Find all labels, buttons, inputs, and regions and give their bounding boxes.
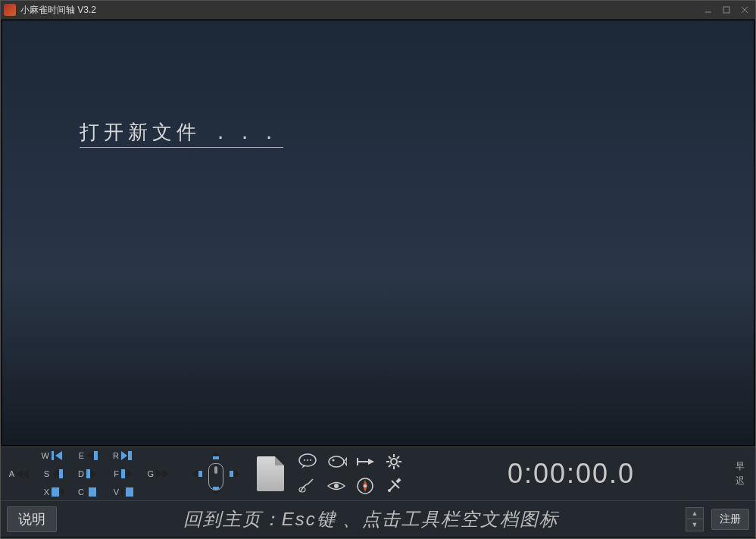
key-E[interactable]: E xyxy=(75,448,107,463)
svg-marker-19 xyxy=(162,469,168,478)
svg-marker-13 xyxy=(52,469,58,478)
early-label[interactable]: 早 xyxy=(736,460,745,473)
svg-marker-15 xyxy=(91,469,97,478)
svg-point-53 xyxy=(334,484,339,488)
svg-marker-5 xyxy=(55,451,62,460)
svg-marker-23 xyxy=(121,487,125,497)
tools-icon[interactable] xyxy=(381,475,407,497)
svg-point-34 xyxy=(304,459,305,461)
skip-start-icon xyxy=(51,450,64,461)
svg-rect-16 xyxy=(121,469,125,478)
key-W[interactable]: W xyxy=(40,448,72,463)
svg-line-48 xyxy=(389,456,391,459)
key-R[interactable]: R xyxy=(110,448,142,463)
eye-icon[interactable] xyxy=(323,475,349,497)
rewind-icon xyxy=(16,468,30,479)
svg-marker-7 xyxy=(87,451,93,460)
mark-center-icon xyxy=(86,487,99,497)
prev-frame-icon xyxy=(86,450,99,461)
mouse-left-button[interactable] xyxy=(192,468,204,480)
titlebar: 小麻雀时间轴 V3.2 xyxy=(1,1,755,19)
spinner-control[interactable]: ▲ ▼ xyxy=(686,507,704,531)
svg-point-57 xyxy=(388,489,391,492)
skip-end-icon xyxy=(120,450,134,461)
late-label[interactable]: 迟 xyxy=(736,475,745,487)
key-S[interactable]: S xyxy=(40,466,72,481)
svg-marker-30 xyxy=(234,469,239,478)
key-V[interactable]: V xyxy=(110,484,142,500)
key-A[interactable]: A xyxy=(5,466,37,481)
key-G[interactable]: G xyxy=(145,466,177,481)
mouse-right-button[interactable] xyxy=(228,468,240,480)
fish-icon[interactable] xyxy=(323,450,349,473)
svg-marker-38 xyxy=(344,458,347,465)
svg-point-37 xyxy=(329,456,344,467)
video-area: 打开新文件 ．．． xyxy=(2,20,754,446)
spinner-down-icon[interactable]: ▼ xyxy=(686,519,703,531)
timecode-display: 0:00:00.0 xyxy=(413,458,729,490)
spinner-up-icon[interactable]: ▲ xyxy=(686,508,703,519)
speech-bubble-icon[interactable] xyxy=(295,450,320,473)
violin-icon[interactable] xyxy=(295,475,320,497)
status-text: 回到主页：Esc键 、点击工具栏空文档图标 xyxy=(64,507,678,531)
svg-marker-8 xyxy=(121,451,127,460)
svg-marker-28 xyxy=(192,469,198,478)
svg-rect-31 xyxy=(213,487,219,490)
statusbar: 说明 回到主页：Esc键 、点击工具栏空文档图标 ▲ ▼ 注册 xyxy=(1,500,755,537)
svg-rect-29 xyxy=(230,471,233,477)
open-file-link[interactable]: 打开新文件 ．．． xyxy=(80,119,283,148)
fast-forward-icon xyxy=(155,468,169,479)
close-button[interactable] xyxy=(736,3,754,17)
svg-rect-9 xyxy=(128,451,132,460)
blank-document-button[interactable] xyxy=(257,456,284,491)
window-title: 小麻雀时间轴 V3.2 xyxy=(20,4,699,17)
svg-rect-25 xyxy=(213,456,219,459)
minimize-button[interactable] xyxy=(699,3,717,17)
mouse-nav-cluster xyxy=(186,451,246,497)
register-button[interactable]: 注册 xyxy=(711,509,749,530)
action-icons xyxy=(295,450,407,497)
svg-rect-12 xyxy=(59,469,63,478)
svg-marker-17 xyxy=(127,469,133,478)
key-X[interactable]: X xyxy=(40,484,72,500)
svg-marker-41 xyxy=(368,459,374,465)
toolbar: W E R A S xyxy=(1,447,755,500)
key-C[interactable]: C xyxy=(75,484,107,500)
svg-line-49 xyxy=(397,465,399,467)
key-F[interactable]: F xyxy=(110,466,142,481)
key-D[interactable]: D xyxy=(75,466,107,481)
window-controls xyxy=(699,3,754,17)
shortcut-key-grid: W E R A S xyxy=(5,448,177,500)
pin-icon[interactable] xyxy=(352,450,378,473)
compass-icon[interactable] xyxy=(352,475,378,497)
svg-rect-4 xyxy=(52,451,54,460)
svg-marker-26 xyxy=(211,451,220,456)
svg-rect-6 xyxy=(94,451,98,460)
mark-out-icon xyxy=(120,487,134,497)
svg-rect-24 xyxy=(126,487,133,497)
svg-rect-27 xyxy=(198,471,202,477)
step-forward-icon xyxy=(120,468,134,479)
svg-rect-14 xyxy=(86,469,90,478)
app-icon xyxy=(4,4,16,16)
early-late-labels: 早 迟 xyxy=(736,460,748,487)
svg-marker-11 xyxy=(23,469,29,478)
maximize-button[interactable] xyxy=(717,3,736,17)
svg-rect-58 xyxy=(395,478,401,483)
svg-line-51 xyxy=(397,456,399,459)
svg-point-36 xyxy=(310,459,311,461)
svg-rect-1 xyxy=(723,7,729,13)
svg-marker-18 xyxy=(156,469,162,478)
svg-marker-10 xyxy=(17,469,23,478)
mouse-up-button[interactable] xyxy=(210,450,222,462)
svg-line-50 xyxy=(389,465,391,467)
mouse-down-button[interactable] xyxy=(210,484,222,497)
help-button[interactable]: 说明 xyxy=(7,506,57,532)
gear-icon[interactable] xyxy=(381,450,407,473)
svg-point-43 xyxy=(391,459,397,465)
svg-rect-20 xyxy=(52,487,59,497)
step-back-icon xyxy=(51,468,64,479)
mouse-wheel-icon xyxy=(214,466,217,474)
svg-point-39 xyxy=(333,459,335,462)
svg-point-35 xyxy=(307,459,308,461)
